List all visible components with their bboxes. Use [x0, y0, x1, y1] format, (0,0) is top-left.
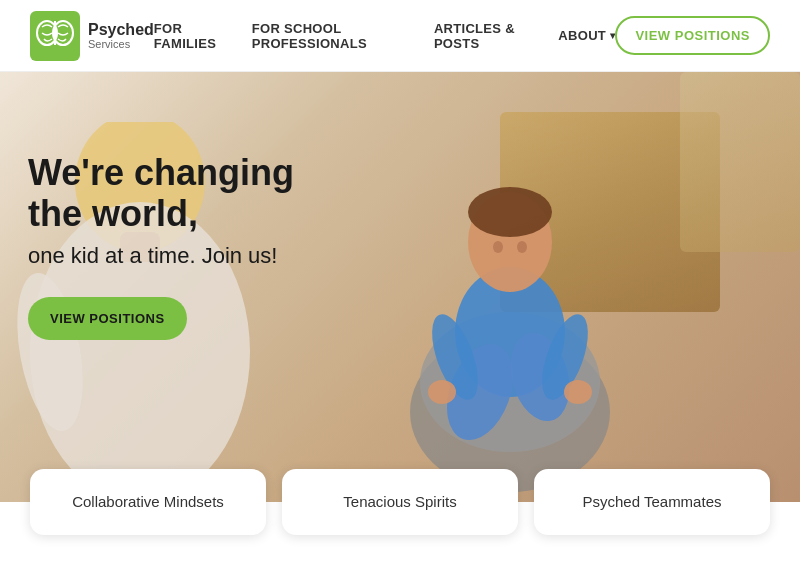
header-view-positions-button[interactable]: VIEW POSITIONS [615, 16, 770, 55]
hero-text-block: We're changing the world, one kid at a t… [28, 152, 294, 340]
hero-subtitle: one kid at a time. Join us! [28, 243, 294, 269]
svg-point-14 [468, 187, 552, 237]
logo-area[interactable]: Psyched Services [30, 11, 154, 61]
plant-decoration [680, 72, 800, 252]
kid-figure [360, 102, 660, 502]
svg-point-21 [428, 380, 456, 404]
nav-articles[interactable]: ARTICLES & POSTS [434, 21, 530, 51]
card-collaborative[interactable]: Collaborative Mindsets [30, 469, 266, 535]
brand-sub: Services [88, 38, 154, 50]
logo-text: Psyched Services [88, 21, 154, 51]
brand-name: Psyched [88, 21, 154, 39]
brain-logo-icon [30, 11, 80, 61]
nav-for-families[interactable]: FOR FAMILIES [154, 21, 224, 51]
card-tenacious[interactable]: Tenacious Spirits [282, 469, 518, 535]
svg-point-16 [517, 241, 527, 253]
hero-section: We're changing the world, one kid at a t… [0, 72, 800, 502]
value-cards-row: Collaborative Mindsets Tenacious Spirits… [0, 460, 800, 543]
hero-view-positions-button[interactable]: VIEW POSITIONS [28, 297, 187, 340]
svg-point-15 [493, 241, 503, 253]
nav-for-school[interactable]: FOR SCHOOL PROFESSIONALS [252, 21, 406, 51]
card-psyched[interactable]: Psyched Teammates [534, 469, 770, 535]
nav-about[interactable]: ABOUT ▾ [558, 28, 615, 43]
svg-point-22 [564, 380, 592, 404]
main-nav: FOR FAMILIES FOR SCHOOL PROFESSIONALS AR… [154, 21, 616, 51]
site-header: Psyched Services FOR FAMILIES FOR SCHOOL… [0, 0, 800, 72]
hero-title: We're changing the world, [28, 152, 294, 235]
